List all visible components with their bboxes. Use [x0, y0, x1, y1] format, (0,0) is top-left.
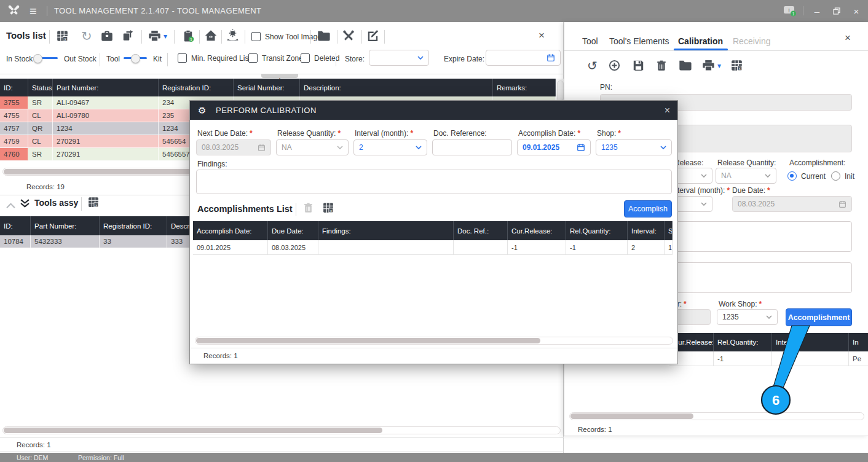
tool-kit-toggle[interactable]: [124, 54, 147, 62]
close-calibration-panel[interactable]: ×: [845, 32, 851, 44]
due-date-label: Due Date:*: [732, 186, 770, 195]
copy-icon[interactable]: [122, 29, 134, 42]
expire-date-input[interactable]: [486, 50, 561, 66]
accomplishment-row[interactable]: 09.01.2025 08.03.2025 -1 -1 2 12: [193, 240, 673, 255]
radio-init[interactable]: Init: [831, 171, 854, 181]
calendar-icon: [577, 143, 585, 152]
calendar-icon: [258, 144, 266, 152]
stock-toggle[interactable]: [34, 54, 58, 62]
modal-records-count: Records: 1: [203, 352, 238, 359]
shop-select[interactable]: 1235: [596, 139, 672, 155]
deleted-checkbox[interactable]: Deleted: [301, 53, 339, 63]
col-cur-release[interactable]: Cur.Release:: [508, 221, 566, 240]
chevron-down-icon: [701, 174, 707, 178]
accomplish-date-label: Accomplish Date:*: [518, 129, 580, 138]
edit-icon[interactable]: [367, 29, 379, 41]
export-excel-icon[interactable]: x: [323, 202, 334, 213]
assy-col-registration-id[interactable]: Registration ID:: [100, 216, 167, 235]
col-description[interactable]: Description:: [300, 79, 493, 96]
status-user: User: DEM: [17, 454, 48, 461]
col-remarks[interactable]: Remarks:: [493, 79, 556, 96]
menu-icon[interactable]: ≡: [30, 5, 37, 17]
callout-number: 6: [772, 393, 779, 408]
splitter-handle[interactable]: ▴: [261, 74, 298, 78]
paste-badge: 1: [190, 37, 192, 42]
col-rel-quantity[interactable]: Rel.Quantity:: [566, 221, 628, 240]
chevron-down-icon: [337, 146, 343, 149]
col-interval[interactable]: Interval:: [628, 221, 665, 240]
close-panel-button[interactable]: ×: [539, 29, 545, 42]
hscroll-thumb[interactable]: [4, 428, 382, 433]
refresh-icon[interactable]: ↻: [81, 29, 92, 42]
radio-current[interactable]: Current: [787, 171, 826, 181]
col-doc-ref[interactable]: Doc. Ref.:: [454, 221, 508, 240]
assy-export-excel-icon[interactable]: x: [88, 197, 99, 208]
col-id[interactable]: ID:: [0, 79, 28, 96]
vscroll-thumb[interactable]: [557, 80, 564, 101]
in-stock-label: In Stock: [6, 55, 33, 63]
folder-icon[interactable]: [679, 60, 692, 71]
col-in[interactable]: In: [849, 333, 868, 351]
callout-arrow: [772, 326, 810, 392]
export-excel-icon[interactable]: x: [731, 60, 743, 71]
modal-hscrollbar[interactable]: [195, 337, 673, 345]
store-select[interactable]: [369, 50, 429, 66]
hscroll-thumb[interactable]: [196, 338, 540, 343]
print-icon[interactable]: [702, 60, 715, 71]
findings-textarea[interactable]: [196, 170, 672, 194]
col-part-number[interactable]: Part Number:: [53, 79, 159, 96]
hscroll-thumb[interactable]: [570, 413, 693, 419]
accomplish-button[interactable]: Accomplish: [624, 200, 672, 217]
tab-calibration[interactable]: Calibration: [677, 36, 724, 46]
gear-icon: ⚙: [198, 105, 206, 116]
collapse-icon[interactable]: [6, 200, 15, 211]
tools-pair-icon[interactable]: [342, 29, 355, 42]
delete-icon[interactable]: [656, 60, 667, 71]
minimize-button[interactable]: –: [807, 4, 827, 18]
print-dropdown-caret[interactable]: ▾: [717, 62, 721, 69]
col-shop[interactable]: Sh: [665, 221, 673, 240]
doc-reference-input[interactable]: [432, 139, 512, 155]
export-excel-icon[interactable]: x: [57, 30, 68, 42]
release-quantity-select[interactable]: NA: [716, 168, 776, 184]
release-quantity-select[interactable]: NA: [276, 139, 349, 155]
close-dialog-button[interactable]: ×: [665, 105, 670, 116]
close-window-button[interactable]: ×: [846, 4, 867, 18]
save-icon[interactable]: [633, 60, 644, 71]
assy-col-part-number[interactable]: Part Number:: [31, 216, 100, 235]
notification-icon[interactable]: ! 1: [783, 6, 797, 19]
tab-tools-elements[interactable]: Tool's Elements: [608, 36, 671, 46]
home-icon[interactable]: [205, 29, 217, 42]
print-icon[interactable]: [148, 30, 161, 42]
panel-records-count: Records: 1: [578, 426, 612, 433]
col-status[interactable]: Status:: [28, 79, 53, 96]
assy-hscrollbar[interactable]: [2, 426, 561, 434]
expire-date-label: Expire Date:: [444, 55, 484, 63]
required-marker: *: [759, 300, 762, 308]
print-dropdown-caret[interactable]: ▾: [164, 33, 167, 40]
delete-icon-disabled: [303, 202, 314, 213]
tab-tool[interactable]: Tool: [581, 36, 599, 46]
folder-icon[interactable]: [317, 30, 330, 41]
transit-zone-checkbox[interactable]: Transit Zone: [248, 53, 303, 63]
col-accomplish-date[interactable]: Accomplish Date:: [193, 221, 268, 240]
service-hand-gear-icon[interactable]: [226, 29, 239, 42]
col-registration-id[interactable]: Registration ID:: [159, 79, 234, 96]
add-icon[interactable]: [609, 60, 620, 71]
tab-receiving[interactable]: Receiving: [732, 36, 771, 46]
interval-select[interactable]: 2: [353, 139, 427, 155]
col-findings[interactable]: Findings:: [318, 221, 454, 240]
min-required-checkbox[interactable]: Min. Required List: [178, 53, 251, 63]
show-tool-image-box[interactable]: [251, 32, 261, 41]
chevron-down-icon: [660, 146, 666, 149]
expand-double-icon[interactable]: [20, 199, 30, 210]
restore-button[interactable]: [826, 4, 847, 18]
required-marker: *: [767, 186, 770, 195]
refresh-icon[interactable]: ↺: [587, 60, 598, 72]
assy-col-id[interactable]: ID:: [0, 216, 31, 235]
toolbox-icon[interactable]: [101, 30, 113, 42]
col-due-date[interactable]: Due Date:: [268, 221, 318, 240]
paste-icon[interactable]: 1: [182, 29, 194, 42]
accomplish-date-input[interactable]: 09.01.2025: [517, 139, 591, 155]
col-serial-number[interactable]: Serial Number:: [234, 79, 300, 96]
